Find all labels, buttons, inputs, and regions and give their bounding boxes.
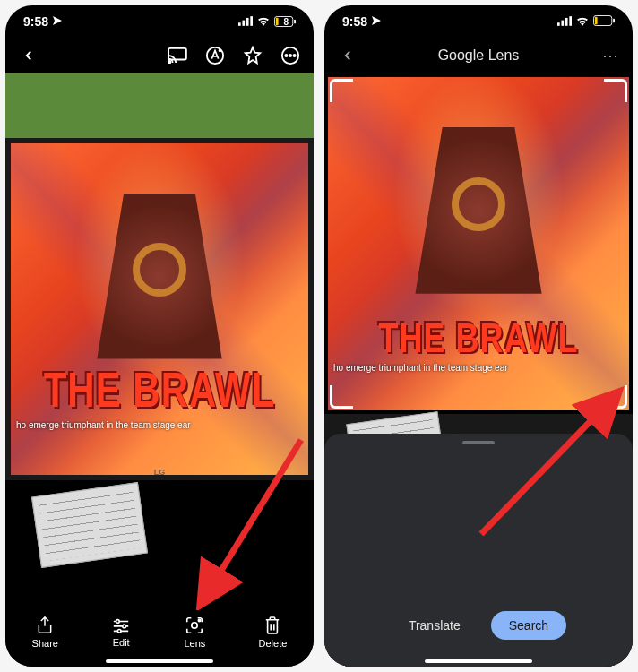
location-icon <box>52 14 63 29</box>
crop-corner-tl[interactable] <box>330 79 353 102</box>
lens-app-label: Lens <box>488 47 520 63</box>
svg-point-8 <box>168 61 171 64</box>
delete-button[interactable]: Delete <box>259 616 288 649</box>
home-indicator[interactable] <box>425 659 532 663</box>
crop-corner-tr[interactable] <box>604 79 627 102</box>
svg-point-14 <box>293 55 295 56</box>
lens-button[interactable]: Lens <box>184 616 205 649</box>
monitor-frame: THE BRAWL ho emerge triumphant in the te… <box>5 138 314 480</box>
lens-title: Google Lens <box>438 47 520 64</box>
monitor-brand-label: LG <box>154 468 166 477</box>
status-time: 9:58 <box>342 14 367 29</box>
cellular-icon <box>557 14 572 29</box>
svg-rect-6 <box>294 20 296 24</box>
lens-mode-row: Translate Search <box>324 611 633 640</box>
photo-viewport[interactable]: THE BRAWL ho emerge triumphant in the te… <box>5 73 314 606</box>
svg-rect-21 <box>557 22 560 26</box>
green-wall <box>5 73 314 138</box>
svg-rect-22 <box>561 21 564 26</box>
svg-rect-27 <box>613 19 615 23</box>
lens-viewport: THE BRAWL ho emerge triumphant in the te… <box>324 73 633 667</box>
photos-bottom-toolbar: Share Edit Lens Delete <box>5 606 314 667</box>
svg-point-12 <box>285 55 287 56</box>
favorite-icon[interactable] <box>242 45 263 66</box>
svg-point-13 <box>289 55 291 56</box>
svg-rect-3 <box>250 16 253 26</box>
artwork-title: THE BRAWL <box>11 363 308 418</box>
battery-percent: 8 <box>283 17 289 27</box>
svg-rect-0 <box>238 22 241 26</box>
crop-corner-bl[interactable] <box>330 385 353 409</box>
svg-point-19 <box>192 622 197 627</box>
lens-header: Google Lens ⋯ <box>324 38 633 73</box>
cast-icon[interactable] <box>167 45 188 66</box>
translate-pill[interactable]: Translate <box>391 611 478 640</box>
svg-point-20 <box>199 619 201 621</box>
svg-point-10 <box>220 50 221 52</box>
svg-rect-1 <box>242 21 245 26</box>
svg-rect-26 <box>595 17 598 24</box>
lens-screen: 9:58 Google Lens ⋯ <box>324 5 633 667</box>
lens-label: Lens <box>184 638 205 649</box>
photos-viewer-screen: 9:58 8 <box>5 5 314 667</box>
share-button[interactable]: Share <box>32 616 58 649</box>
back-button[interactable] <box>337 45 358 66</box>
more-button[interactable]: ⋯ <box>602 46 620 65</box>
svg-point-18 <box>118 629 122 633</box>
status-bar: 9:58 <box>324 5 633 38</box>
artwork-image: THE BRAWL ho emerge triumphant in the te… <box>11 143 308 475</box>
paper-notebook <box>31 482 148 568</box>
edit-label: Edit <box>113 637 130 648</box>
lens-brand-label: Google <box>438 47 485 63</box>
svg-rect-2 <box>246 18 249 26</box>
sheet-grabber[interactable] <box>462 441 495 444</box>
cellular-icon <box>238 14 253 29</box>
back-button[interactable] <box>18 45 39 66</box>
wifi-icon <box>256 14 271 29</box>
photos-nav-bar <box>5 38 314 73</box>
home-indicator[interactable] <box>106 659 213 663</box>
artwork-title: THE BRAWL <box>328 314 629 363</box>
battery-icon <box>593 14 615 29</box>
artwork-subtitle: ho emerge triumphant in the team stage e… <box>16 420 191 430</box>
svg-rect-7 <box>168 48 186 60</box>
edit-button[interactable]: Edit <box>111 616 131 648</box>
artwork-subtitle: ho emerge triumphant in the team stage e… <box>333 363 508 373</box>
auto-enhance-icon[interactable] <box>204 45 226 66</box>
status-bar: 9:58 8 <box>5 5 314 38</box>
wifi-icon <box>575 14 590 29</box>
delete-label: Delete <box>259 638 288 649</box>
svg-point-16 <box>116 619 120 623</box>
share-label: Share <box>32 638 58 649</box>
status-time: 9:58 <box>23 14 48 29</box>
more-icon[interactable] <box>280 45 301 66</box>
lens-image-area[interactable]: THE BRAWL ho emerge triumphant in the te… <box>324 73 633 414</box>
artwork-image: THE BRAWL ho emerge triumphant in the te… <box>328 77 629 410</box>
svg-rect-23 <box>565 18 568 26</box>
svg-point-17 <box>123 625 126 628</box>
results-sheet[interactable]: Translate Search <box>324 434 633 667</box>
search-pill[interactable]: Search <box>491 611 566 640</box>
svg-rect-5 <box>276 18 279 25</box>
location-icon <box>371 14 382 29</box>
svg-rect-24 <box>569 16 572 26</box>
crop-corner-br[interactable] <box>604 385 627 409</box>
